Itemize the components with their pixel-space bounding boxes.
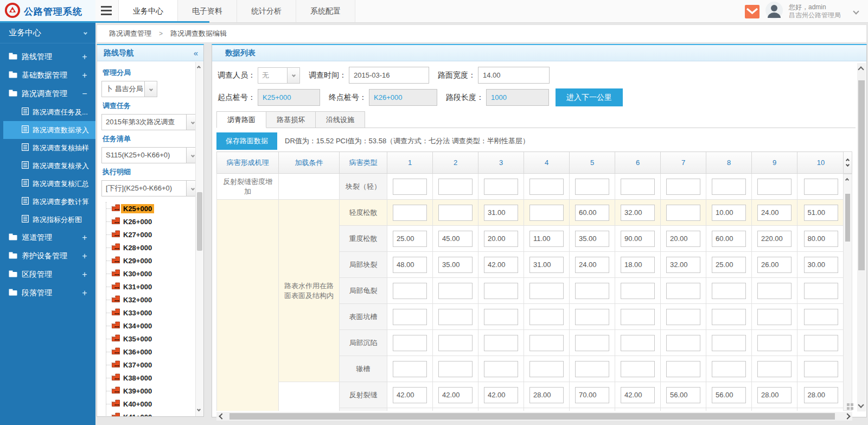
damage-value-input[interactable] <box>666 387 700 403</box>
damage-value-input[interactable] <box>393 179 427 195</box>
damage-value-input[interactable] <box>712 179 746 195</box>
damage-value-input[interactable] <box>529 205 564 221</box>
tree-item-K27+000[interactable]: K27+000 <box>106 228 199 241</box>
tree-item-K25+000[interactable]: K25+000 <box>106 202 199 215</box>
damage-value-input[interactable] <box>484 283 518 299</box>
damage-value-input[interactable] <box>393 335 427 351</box>
sidebar-title[interactable]: 业务中心 <box>0 23 95 43</box>
sidebar-item-基础数据管理[interactable]: 基础数据管理+ <box>0 66 95 85</box>
top-nav-item-业务中心[interactable]: 业务中心 <box>118 0 178 22</box>
damage-value-input[interactable] <box>393 361 427 377</box>
damage-value-input[interactable] <box>757 231 792 247</box>
damage-value-input[interactable] <box>804 309 838 325</box>
damage-value-input[interactable] <box>393 387 427 403</box>
damage-value-input[interactable] <box>438 231 473 247</box>
damage-value-input[interactable] <box>666 309 700 325</box>
tree-item-K29+000[interactable]: K29+000 <box>106 254 199 267</box>
damage-value-input[interactable] <box>757 387 792 403</box>
tab-路基损坏[interactable]: 路基损坏 <box>266 111 316 128</box>
damage-value-input[interactable] <box>575 387 609 403</box>
damage-value-input[interactable] <box>757 257 792 273</box>
damage-value-input[interactable] <box>621 231 655 247</box>
sidebar-item-段落管理[interactable]: 段落管理+ <box>0 284 95 302</box>
damage-value-input[interactable] <box>529 361 564 377</box>
tree-item-K26+000[interactable]: K26+000 <box>106 215 199 228</box>
expand-plus-icon[interactable]: + <box>81 52 88 62</box>
damage-value-input[interactable] <box>393 205 427 221</box>
damage-value-input[interactable] <box>575 205 609 221</box>
damage-value-input[interactable] <box>804 283 838 299</box>
hamburger-menu-icon[interactable] <box>101 6 113 17</box>
damage-value-input[interactable] <box>712 361 746 377</box>
damage-value-input[interactable] <box>621 361 655 377</box>
dropdown-调查任务[interactable]: 2015年第3次路况调查 <box>101 114 199 130</box>
damage-value-input[interactable] <box>666 205 700 221</box>
damage-value-input[interactable] <box>666 361 700 377</box>
damage-value-input[interactable] <box>666 335 700 351</box>
damage-value-input[interactable] <box>529 309 564 325</box>
column-scroll-arrows[interactable] <box>843 151 852 174</box>
table-horizontal-scrollbar[interactable] <box>216 412 852 421</box>
road-width-input[interactable] <box>478 67 550 84</box>
damage-value-input[interactable] <box>621 205 655 221</box>
damage-value-input[interactable] <box>757 205 792 221</box>
damage-value-input[interactable] <box>484 231 518 247</box>
tree-item-K36+000[interactable]: K36+000 <box>106 345 199 358</box>
damage-value-input[interactable] <box>529 231 564 247</box>
expand-plus-icon[interactable]: + <box>81 251 88 261</box>
sidebar-item-路况调查管理[interactable]: 路况调查管理− <box>0 85 95 103</box>
sidebar-subitem-路况调查复核抽样[interactable]: 路况调查复核抽样 <box>3 139 95 157</box>
damage-value-input[interactable] <box>621 283 655 299</box>
message-envelope-icon[interactable] <box>745 5 760 18</box>
damage-value-input[interactable] <box>712 387 746 403</box>
resize-grip[interactable] <box>846 402 854 411</box>
tree-item-K39+000[interactable]: K39+000 <box>106 384 199 397</box>
damage-value-input[interactable] <box>757 309 792 325</box>
route-nav-scrollbar[interactable] <box>195 62 203 416</box>
expand-plus-icon[interactable]: + <box>81 270 88 280</box>
top-nav-item-统计分析[interactable]: 统计分析 <box>237 0 296 22</box>
sidebar-subitem-路况调查复核汇总[interactable]: 路况调查复核汇总 <box>3 175 95 193</box>
damage-value-input[interactable] <box>529 283 564 299</box>
chevron-down-icon[interactable] <box>145 81 157 97</box>
damage-value-input[interactable] <box>438 361 473 377</box>
user-menu-chevron-icon[interactable] <box>853 8 859 14</box>
damage-value-input[interactable] <box>529 179 564 195</box>
damage-value-input[interactable] <box>804 361 838 377</box>
sidebar-subitem-路况调查数据录入[interactable]: 路况调查数据录入 <box>3 121 95 139</box>
tree-item-K32+000[interactable]: K32+000 <box>106 293 199 306</box>
scroll-left-icon[interactable] <box>219 413 225 419</box>
expand-plus-icon[interactable]: + <box>81 233 88 243</box>
dropdown-执行明细[interactable]: [下行](K25+0-K66+0) <box>101 180 199 196</box>
damage-value-input[interactable] <box>757 283 792 299</box>
tree-item-K33+000[interactable]: K33+000 <box>106 306 199 319</box>
damage-value-input[interactable] <box>575 309 609 325</box>
damage-value-input[interactable] <box>666 179 700 195</box>
collapse-minus-icon[interactable]: − <box>81 89 88 99</box>
tree-item-K37+000[interactable]: K37+000 <box>106 358 199 371</box>
damage-value-input[interactable] <box>575 179 609 195</box>
sidebar-item-巡道管理[interactable]: 巡道管理+ <box>0 229 95 247</box>
damage-value-input[interactable] <box>621 179 655 195</box>
scroll-up-icon[interactable] <box>197 66 201 69</box>
sidebar-item-路线管理[interactable]: 路线管理+ <box>0 48 95 66</box>
damage-value-input[interactable] <box>712 205 746 221</box>
damage-value-input[interactable] <box>484 309 518 325</box>
surveyor-select[interactable]: 无 <box>258 67 300 84</box>
damage-value-input[interactable] <box>438 179 473 195</box>
damage-value-input[interactable] <box>529 335 564 351</box>
damage-value-input[interactable] <box>529 257 564 273</box>
breadcrumb-parent[interactable]: 路况调查管理 <box>109 29 151 39</box>
damage-value-input[interactable] <box>804 335 838 351</box>
damage-value-input[interactable] <box>438 335 473 351</box>
scrollbar-thumb[interactable] <box>858 80 865 270</box>
damage-value-input[interactable] <box>712 283 746 299</box>
damage-value-input[interactable] <box>438 309 473 325</box>
damage-value-input[interactable] <box>484 335 518 351</box>
damage-value-input[interactable] <box>393 257 427 273</box>
damage-value-input[interactable] <box>621 335 655 351</box>
tree-item-K30+000[interactable]: K30+000 <box>106 267 199 280</box>
sidebar-subitem-路况调查参数计算[interactable]: 路况调查参数计算 <box>3 193 95 211</box>
damage-value-input[interactable] <box>575 257 609 273</box>
damage-value-input[interactable] <box>484 361 518 377</box>
